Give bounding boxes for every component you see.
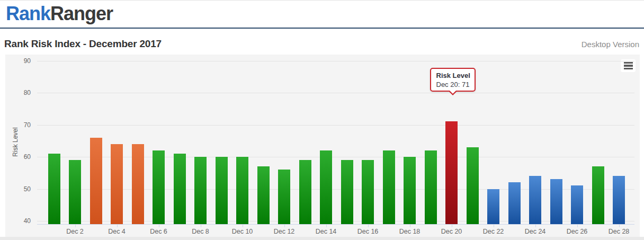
bar-dec-18[interactable] bbox=[404, 157, 416, 224]
x-axis-label-dec-6: Dec 6 bbox=[142, 228, 176, 235]
x-tick-dec-20 bbox=[452, 224, 452, 227]
x-axis-label-dec-4: Dec 4 bbox=[100, 228, 134, 235]
bar-dec-13[interactable] bbox=[299, 160, 311, 224]
x-axis-label-dec-14: Dec 14 bbox=[309, 228, 343, 235]
x-tick-dec-10 bbox=[243, 224, 243, 227]
y-axis-label-90: 90 bbox=[10, 57, 31, 65]
desktop-version-label[interactable]: Desktop Version bbox=[582, 40, 639, 49]
x-tick-dec-2 bbox=[75, 224, 76, 227]
gridline-y-60 bbox=[37, 157, 634, 157]
page-bottom-strip bbox=[0, 237, 644, 240]
x-axis-label-dec-22: Dec 22 bbox=[477, 228, 511, 235]
bar-dec-1[interactable] bbox=[48, 154, 60, 224]
x-tick-dec-4 bbox=[117, 224, 118, 227]
y-axis-label-50: 50 bbox=[10, 185, 31, 193]
x-tick-dec-28 bbox=[619, 224, 620, 227]
y-axis-title: Risk Level bbox=[12, 102, 19, 182]
y-axis-label-70: 70 bbox=[10, 121, 31, 129]
logo-text-rank: Rank bbox=[6, 3, 50, 24]
gridline-y-50 bbox=[37, 189, 634, 190]
x-axis-label-dec-8: Dec 8 bbox=[184, 228, 218, 235]
bar-dec-26[interactable] bbox=[571, 185, 583, 224]
y-axis-label-80: 80 bbox=[10, 89, 31, 96]
bar-dec-5[interactable] bbox=[132, 144, 144, 224]
bar-dec-7[interactable] bbox=[174, 154, 186, 224]
page-title: Rank Risk Index - December 2017 bbox=[4, 38, 162, 50]
bar-dec-3[interactable] bbox=[90, 138, 102, 224]
bar-dec-6[interactable] bbox=[153, 150, 165, 224]
bar-dec-14[interactable] bbox=[320, 150, 332, 224]
gridline-y-70 bbox=[37, 125, 634, 126]
rank-risk-chart: Risk Level 405060708090Dec 2Dec 4Dec 6De… bbox=[5, 55, 640, 240]
bar-dec-15[interactable] bbox=[341, 160, 353, 224]
rankranger-logo[interactable]: RankRanger bbox=[6, 3, 113, 24]
x-tick-dec-6 bbox=[159, 224, 159, 227]
gridline-y-40 bbox=[37, 221, 634, 221]
x-axis-label-dec-26: Dec 26 bbox=[560, 228, 594, 235]
tooltip-value: Dec 20: 71 bbox=[436, 80, 475, 89]
x-axis-label-dec-24: Dec 24 bbox=[518, 228, 552, 235]
bar-dec-24[interactable] bbox=[529, 176, 541, 224]
header-divider bbox=[0, 28, 644, 29]
x-axis-label-dec-20: Dec 20 bbox=[435, 228, 469, 235]
hamburger-icon bbox=[624, 65, 633, 67]
x-tick-dec-18 bbox=[410, 224, 410, 227]
x-axis-label-dec-28: Dec 28 bbox=[602, 228, 636, 235]
gridline-y-90 bbox=[37, 61, 634, 61]
gridline-y-80 bbox=[37, 93, 634, 93]
x-tick-dec-8 bbox=[201, 224, 201, 227]
x-axis-label-dec-10: Dec 10 bbox=[226, 228, 260, 235]
bar-dec-22[interactable] bbox=[487, 189, 499, 225]
bar-dec-23[interactable] bbox=[508, 182, 521, 224]
bar-dec-25[interactable] bbox=[550, 179, 562, 224]
y-axis-label-60: 60 bbox=[10, 153, 31, 161]
bar-dec-4[interactable] bbox=[111, 144, 123, 224]
bar-dec-28[interactable] bbox=[613, 176, 625, 224]
y-axis-label-40: 40 bbox=[10, 217, 31, 225]
x-axis-label-dec-18: Dec 18 bbox=[393, 228, 427, 235]
x-axis-label-dec-16: Dec 16 bbox=[351, 228, 385, 235]
x-axis-label-dec-12: Dec 12 bbox=[267, 228, 301, 235]
tooltip: Risk Level Dec 20: 71 bbox=[430, 68, 476, 92]
bar-dec-20[interactable] bbox=[445, 121, 458, 224]
app-header: RankRanger bbox=[0, 0, 644, 28]
logo-text-ranger: Ranger bbox=[50, 3, 113, 24]
bar-dec-27[interactable] bbox=[592, 166, 604, 224]
tooltip-title: Risk Level bbox=[436, 71, 475, 80]
hamburger-icon bbox=[624, 68, 633, 70]
title-row: Rank Risk Index - December 2017 Desktop … bbox=[0, 35, 644, 53]
x-tick-dec-14 bbox=[326, 224, 327, 227]
x-axis-label-dec-2: Dec 2 bbox=[58, 228, 92, 235]
chart-export-menu-button[interactable] bbox=[621, 59, 636, 72]
hamburger-icon bbox=[624, 62, 633, 64]
bar-dec-8[interactable] bbox=[194, 157, 207, 224]
bar-dec-17[interactable] bbox=[383, 150, 395, 224]
x-tick-dec-26 bbox=[577, 224, 578, 227]
tooltip-pointer bbox=[449, 90, 457, 94]
x-tick-dec-16 bbox=[368, 224, 369, 227]
bar-dec-11[interactable] bbox=[257, 166, 270, 224]
bar-dec-2[interactable] bbox=[69, 160, 81, 224]
bar-dec-12[interactable] bbox=[278, 170, 290, 224]
bar-dec-10[interactable] bbox=[236, 157, 248, 224]
x-tick-dec-24 bbox=[535, 224, 536, 227]
bar-dec-21[interactable] bbox=[467, 147, 479, 224]
bar-dec-16[interactable] bbox=[362, 160, 374, 224]
x-tick-dec-12 bbox=[284, 224, 285, 227]
x-axis-line bbox=[37, 224, 634, 225]
bar-dec-9[interactable] bbox=[216, 157, 228, 224]
bar-dec-19[interactable] bbox=[425, 150, 437, 224]
x-tick-dec-22 bbox=[494, 224, 494, 227]
